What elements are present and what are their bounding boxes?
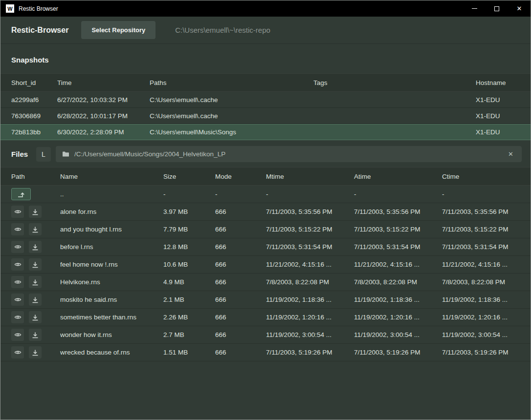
preview-button[interactable] (11, 258, 24, 271)
snapshot-paths: C:\Users\emuell\.cache (150, 112, 313, 120)
file-ctime: 11/19/2002, 3:00:54 ... (442, 331, 520, 338)
download-button[interactable] (29, 346, 42, 358)
file-name: wrecked because of.rns (60, 349, 163, 356)
files-column-header[interactable]: Mtime (266, 173, 354, 180)
file-size: 4.9 MB (163, 278, 215, 286)
preview-button[interactable] (11, 206, 24, 218)
file-name: feel home now !.rns (60, 261, 163, 268)
file-mode: 666 (215, 226, 266, 233)
snapshot-row[interactable]: 76306869 6/28/2022, 10:01:17 PM C:\Users… (0, 108, 531, 124)
snapshots-column-header[interactable]: Tags (313, 79, 476, 86)
app-title: Restic-Browser (11, 26, 68, 35)
snapshot-time: 6/28/2022, 10:01:17 PM (57, 112, 150, 120)
preview-button[interactable] (11, 223, 24, 235)
row-actions (11, 206, 60, 218)
download-icon (32, 349, 39, 356)
file-row[interactable]: and you thought l.rns 7.79 MB 666 7/11/2… (0, 221, 531, 238)
current-path: /C:/Users/emuell/Music/Songs/2004_Helvet… (74, 150, 506, 158)
snapshot-row[interactable]: a2299af6 6/27/2022, 10:03:32 PM C:\Users… (0, 92, 531, 108)
select-repository-button[interactable]: Select Repository (81, 21, 155, 39)
minimize-button[interactable] (463, 0, 486, 17)
snapshot-time: 6/30/2022, 2:28:09 PM (57, 128, 150, 136)
eye-icon (14, 243, 22, 251)
parent-dir-row[interactable]: .. - - - - - (0, 186, 531, 203)
download-button[interactable] (29, 258, 42, 271)
download-button[interactable] (29, 241, 42, 253)
file-atime: 11/19/2002, 1:18:36 ... (354, 296, 442, 303)
snapshots-column-header[interactable]: Short_id (11, 79, 57, 86)
file-ctime: 7/8/2003, 8:22:08 PM (442, 278, 520, 286)
file-row[interactable]: wrecked because of.rns 1.51 MB 666 7/11/… (0, 344, 531, 361)
preview-button[interactable] (11, 241, 24, 253)
file-row[interactable]: before l.rns 12.8 MB 666 7/11/2003, 5:31… (0, 238, 531, 256)
file-row[interactable]: moskito he said.rns 2.1 MB 666 11/19/200… (0, 291, 531, 309)
download-button[interactable] (29, 311, 42, 323)
file-name: before l.rns (60, 243, 163, 251)
close-icon: ✕ (517, 5, 522, 12)
file-atime: 7/11/2003, 5:31:54 PM (354, 243, 442, 251)
preview-button[interactable] (11, 311, 24, 323)
file-mtime: 7/11/2003, 5:19:26 PM (266, 349, 354, 356)
snapshots-column-header[interactable]: Paths (150, 79, 313, 86)
file-mtime: 11/21/2002, 4:15:16 ... (266, 261, 354, 268)
file-name: alone for.rns (60, 208, 163, 215)
snapshot-paths: C:\Users\emuell\.cache (150, 96, 313, 104)
snapshot-hostname: X1-EDU (476, 128, 520, 136)
clear-path-button[interactable]: ✕ (506, 149, 515, 159)
preview-button[interactable] (11, 329, 24, 341)
files-column-header[interactable]: Size (163, 173, 215, 180)
files-column-header[interactable]: Name (60, 173, 163, 180)
file-mode: 666 (215, 208, 266, 215)
snapshots-column-header[interactable]: Hostname (476, 79, 520, 86)
download-icon (32, 332, 39, 338)
file-size: 7.79 MB (163, 226, 215, 233)
download-icon (32, 261, 39, 268)
file-mode: 666 (215, 349, 266, 356)
file-ctime: 7/11/2003, 5:15:22 PM (442, 226, 520, 233)
repository-path-field[interactable]: C:\Users\emuell\~\restic-repo (175, 26, 270, 34)
path-bar[interactable]: /C:/Users/emuell/Music/Songs/2004_Helvet… (56, 146, 522, 162)
eye-icon (14, 314, 22, 321)
download-button[interactable] (29, 223, 42, 235)
file-mode: 666 (215, 331, 266, 338)
files-column-header[interactable]: Ctime (442, 173, 520, 180)
preview-button[interactable] (11, 346, 24, 358)
download-button[interactable] (29, 329, 42, 341)
file-row[interactable]: sometimes better than.rns 2.26 MB 666 11… (0, 309, 531, 326)
download-button[interactable] (29, 294, 42, 306)
row-actions (11, 329, 60, 341)
file-name: .. (60, 190, 163, 198)
file-row[interactable]: feel home now !.rns 10.6 MB 666 11/21/20… (0, 256, 531, 273)
download-button[interactable] (29, 206, 42, 218)
file-name: wonder how it.rns (60, 331, 163, 338)
maximize-button[interactable] (486, 0, 508, 17)
row-actions (11, 223, 60, 235)
file-mode: - (215, 190, 266, 198)
file-mode: 666 (215, 314, 266, 321)
file-atime: 11/21/2002, 4:15:16 ... (354, 261, 442, 268)
snapshots-column-header[interactable]: Time (57, 79, 150, 86)
window-title: Restic Browser (19, 5, 58, 12)
preview-button[interactable] (11, 294, 24, 306)
files-column-header[interactable]: Mode (215, 173, 266, 180)
files-column-header[interactable]: Atime (354, 173, 442, 180)
titlebar[interactable]: W Restic Browser ✕ (0, 0, 531, 17)
files-mode-toggle-button[interactable]: L (36, 147, 51, 162)
download-button[interactable] (29, 276, 42, 288)
file-ctime: - (442, 190, 520, 198)
files-column-header[interactable]: Path (11, 173, 60, 180)
snapshot-row[interactable]: 72b813bb 6/30/2022, 2:28:09 PM C:\Users\… (0, 124, 531, 140)
close-button[interactable]: ✕ (508, 0, 531, 17)
preview-button[interactable] (11, 276, 24, 288)
download-icon (32, 279, 39, 286)
snapshot-short-id: 72b813bb (11, 128, 57, 136)
go-parent-button[interactable] (11, 188, 31, 200)
file-mtime: 7/11/2003, 5:35:56 PM (266, 208, 354, 215)
file-row[interactable]: alone for.rns 3.97 MB 666 7/11/2003, 5:3… (0, 203, 531, 221)
file-size: 12.8 MB (163, 243, 215, 251)
file-row[interactable]: Helvikone.rns 4.9 MB 666 7/8/2003, 8:22:… (0, 273, 531, 291)
file-size: 2.26 MB (163, 314, 215, 321)
row-actions (11, 258, 60, 271)
file-size: - (163, 190, 215, 198)
file-row[interactable]: wonder how it.rns 2.7 MB 666 11/19/2002,… (0, 326, 531, 344)
